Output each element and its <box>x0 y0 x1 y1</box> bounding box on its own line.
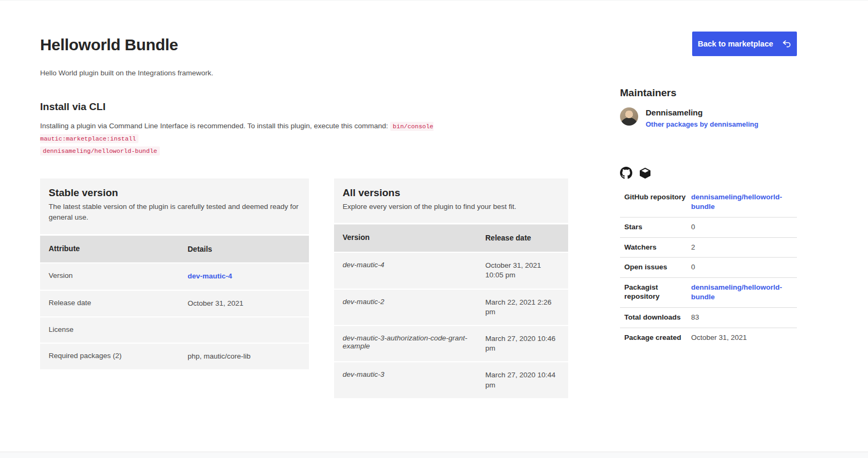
github-icon <box>620 167 632 179</box>
attribute-cell: License <box>49 325 188 333</box>
sidebar: Maintainers Dennisameling Other packages… <box>620 87 797 347</box>
all-versions-intro: All versions Explore every version of th… <box>334 178 568 223</box>
stable-version-title: Stable version <box>49 187 300 199</box>
attribute-column-header: Attribute <box>49 244 188 254</box>
stat-label: Packagist repository <box>624 283 691 301</box>
install-heading: Install via CLI <box>40 101 505 113</box>
table-row: dev-mautic-4 October 31, 2021 10:05 pm <box>334 253 568 288</box>
release-date-column-header: Release date <box>485 233 560 243</box>
version-cards: Stable version The latest stable version… <box>40 178 568 398</box>
versions-table-header: Version Release date <box>334 224 568 252</box>
github-repo-link[interactable]: dennisameling/helloworld-bundle <box>691 193 782 211</box>
stat-row: Open issues 0 <box>620 258 797 278</box>
stat-value: 83 <box>691 313 797 322</box>
install-text: Installing a plugin via Command Line Int… <box>40 122 388 130</box>
version-column-header: Version <box>343 233 485 243</box>
details-cell: October 31, 2021 <box>188 299 300 308</box>
stable-table-header: Attribute Details <box>40 236 309 263</box>
footer-bar <box>0 452 868 458</box>
stat-label: Total downloads <box>624 313 691 322</box>
release-date-cell: March 27, 2020 10:46 pm <box>485 334 560 353</box>
release-date-cell: March 22, 2021 2:26 pm <box>485 298 560 317</box>
release-date-cell: March 27, 2020 10:44 pm <box>485 370 560 390</box>
stat-label: Stars <box>624 222 691 232</box>
install-section: Install via CLI Installing a plugin via … <box>40 101 505 157</box>
maintainers-heading: Maintainers <box>620 87 797 99</box>
stat-label: Package created <box>624 333 691 343</box>
packagist-repo-link[interactable]: dennisameling/helloworld-bundle <box>691 283 782 301</box>
stat-label: Watchers <box>624 243 691 252</box>
stat-row: Watchers 2 <box>620 238 797 258</box>
table-row: dev-mautic-2 March 22, 2021 2:26 pm <box>334 290 568 325</box>
table-row: License <box>40 317 309 343</box>
stat-label: Open issues <box>624 262 691 272</box>
other-packages-link[interactable]: Other packages by dennisameling <box>646 120 758 128</box>
stat-value: 0 <box>691 262 797 272</box>
table-row: dev-mautic-3 March 27, 2020 10:44 pm <box>334 362 568 398</box>
stable-version-intro: Stable version The latest stable version… <box>40 178 309 234</box>
all-versions-title: All versions <box>343 187 560 199</box>
stat-row: GitHub repository dennisameling/hellowor… <box>620 188 797 218</box>
cli-command-part2: dennisameling/helloworld-bundle <box>40 146 160 156</box>
marketplace-plugin-detail-page: Helloworld Bundle Back to marketplace He… <box>0 0 868 458</box>
maintainer-avatar <box>620 107 638 126</box>
release-date-cell: October 31, 2021 10:05 pm <box>485 261 560 280</box>
package-icon <box>639 167 652 180</box>
table-row: Required packages (2) php, mautic/core-l… <box>40 344 309 369</box>
version-cell: dev-mautic-4 <box>343 261 485 269</box>
back-button-label: Back to marketplace <box>698 40 773 48</box>
table-row: dev-mautic-3-authorization-code-grant-ex… <box>334 326 568 361</box>
maintainer-item: Dennisameling Other packages by dennisam… <box>620 107 797 129</box>
stat-value: 0 <box>691 222 797 232</box>
plugin-description: Hello World plugin built on the Integrat… <box>40 69 213 77</box>
all-versions-description: Explore every version of the plugin to f… <box>343 201 560 212</box>
details-column-header: Details <box>188 244 300 254</box>
stat-row: Stars 0 <box>620 218 797 238</box>
version-cell: dev-mautic-2 <box>343 298 485 306</box>
stat-value: October 31, 2021 <box>691 333 797 343</box>
details-cell: php, mautic/core-lib <box>188 352 300 361</box>
version-cell: dev-mautic-3 <box>343 370 485 378</box>
attribute-cell: Required packages (2) <box>49 352 188 360</box>
page-title: Helloworld Bundle <box>40 36 178 54</box>
stable-version-card: Stable version The latest stable version… <box>40 178 309 369</box>
table-row: Release date October 31, 2021 <box>40 291 309 316</box>
attribute-cell: Version <box>49 271 188 280</box>
return-arrow-icon <box>782 39 792 49</box>
all-versions-card: All versions Explore every version of th… <box>334 178 568 398</box>
back-to-marketplace-button[interactable]: Back to marketplace <box>692 32 797 56</box>
version-cell: dev-mautic-3-authorization-code-grant-ex… <box>343 334 485 350</box>
repository-stats: GitHub repository dennisameling/hellowor… <box>620 188 797 348</box>
attribute-cell: Release date <box>49 299 188 307</box>
stat-label: GitHub repository <box>624 192 691 202</box>
table-row: Version dev-mautic-4 <box>40 263 309 289</box>
stat-row: Packagist repository dennisameling/hello… <box>620 278 797 308</box>
stat-row: Package created October 31, 2021 <box>620 328 797 348</box>
stable-version-description: The latest stable version of the plugin … <box>49 201 300 223</box>
maintainer-name: Dennisameling <box>646 108 758 117</box>
stat-row: Total downloads 83 <box>620 308 797 328</box>
install-instructions: Installing a plugin via Command Line Int… <box>40 120 505 157</box>
stable-version-link[interactable]: dev-mautic-4 <box>188 272 232 280</box>
stat-value: 2 <box>691 243 797 252</box>
